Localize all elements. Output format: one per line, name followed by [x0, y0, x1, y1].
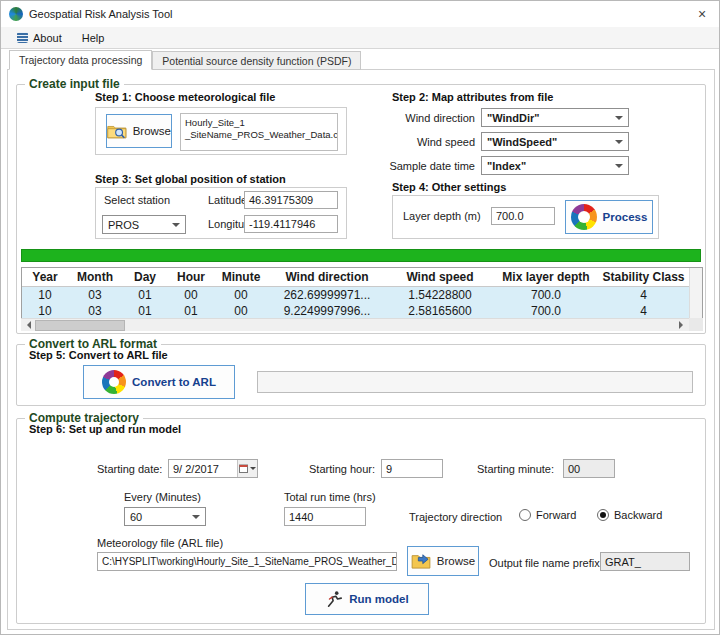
step5-title: Step 5: Convert to ARL file: [29, 349, 168, 361]
calendar-icon: [239, 464, 248, 473]
cell: 01: [168, 303, 214, 319]
cell: 01: [122, 287, 168, 303]
scrollbar-corner: [689, 318, 703, 331]
run-model-button[interactable]: Run model: [305, 583, 429, 615]
menu-bar: About Help: [1, 27, 719, 49]
sample-date-time-combobox[interactable]: "Index": [481, 156, 629, 175]
cell: 00: [214, 303, 268, 319]
step6-title: Step 6: Set up and run model: [29, 423, 181, 435]
chevron-down-icon: [250, 467, 256, 473]
wind-speed-combobox[interactable]: "WindSpeed": [481, 132, 629, 151]
sample-date-time-label: Sample date time: [389, 160, 475, 172]
col-header-wind-direction[interactable]: Wind direction: [268, 268, 386, 287]
output-prefix-label: Output file name prefix: [489, 557, 600, 569]
cell: 03: [68, 303, 122, 319]
starting-minute-label: Starting minute:: [477, 463, 554, 475]
starting-date-label: Starting date:: [97, 463, 162, 475]
col-header-mix-layer-depth[interactable]: Mix layer depth: [494, 268, 598, 287]
process-label: Process: [603, 211, 648, 223]
close-button[interactable]: ×: [685, 1, 719, 27]
scroll-left-arrow-icon[interactable]: [21, 319, 35, 332]
date-dropdown-button[interactable]: [237, 460, 257, 477]
cell: 10: [22, 287, 68, 303]
every-minutes-combobox[interactable]: 60: [124, 507, 206, 526]
about-icon: [17, 32, 28, 43]
convert-progress-bar: [257, 371, 693, 393]
cell: 1.54228800: [386, 287, 494, 303]
browse-arl-file-button[interactable]: Browse: [407, 546, 479, 576]
col-header-month[interactable]: Month: [68, 268, 122, 287]
col-header-wind-speed[interactable]: Wind speed: [386, 268, 494, 287]
selected-file-line1: Hourly_Site_1: [185, 117, 333, 129]
browse-met-file-button[interactable]: Browse: [106, 114, 172, 148]
convert-to-arl-label: Convert to ARL: [132, 376, 216, 388]
total-run-time-label: Total run time (hrs): [284, 491, 376, 503]
backward-radio[interactable]: Backward: [597, 509, 662, 521]
starting-minute-input[interactable]: 00: [563, 459, 615, 478]
grid-horizontal-scrollbar[interactable]: [21, 318, 689, 331]
tab-psdf[interactable]: Potential source density function (PSDF): [152, 51, 361, 70]
radio-circle-icon: [597, 509, 609, 521]
select-station-label: Select station: [104, 194, 170, 206]
tab-trajectory-data-processing[interactable]: Trajectory data processing: [9, 50, 152, 70]
starting-date-value: 9/ 2/2017: [173, 463, 219, 475]
scroll-right-arrow-icon[interactable]: [675, 319, 689, 332]
forward-radio-label: Forward: [536, 509, 576, 521]
col-header-year[interactable]: Year: [22, 268, 68, 287]
app-window: Geospatial Risk Analysis Tool × About He…: [0, 0, 720, 635]
starting-date-picker[interactable]: 9/ 2/2017: [168, 459, 258, 478]
step4-box: Layer depth (m) 700.0 Process: [392, 195, 659, 239]
convert-to-arl-button[interactable]: Convert to ARL: [83, 365, 235, 399]
menu-help-label: Help: [82, 32, 105, 44]
grid-vertical-scrollbar[interactable]: [689, 268, 702, 319]
process-button[interactable]: Process: [565, 200, 653, 234]
app-icon: [9, 7, 23, 21]
station-combobox[interactable]: PROS: [102, 215, 186, 234]
longitude-input[interactable]: -119.4117946: [244, 215, 338, 233]
step2-title: Step 2: Map attributes from file: [392, 91, 553, 103]
met-file-input[interactable]: C:\HYSPLIT\working\Hourly_Site_1_SiteNam…: [97, 552, 397, 571]
group-create-input-file: Create input file Step 1: Choose meteoro…: [16, 84, 706, 334]
col-header-stability-class[interactable]: Stability Class: [598, 268, 689, 287]
menu-about[interactable]: About: [9, 30, 70, 46]
grid-row-2[interactable]: 10 03 01 01 00 9.2249997996... 2.5816560…: [22, 303, 702, 319]
browse-arl-label: Browse: [437, 555, 475, 567]
group-compute-trajectory: Compute trajectory Step 6: Set up and ru…: [16, 418, 706, 624]
cell: 700.0: [494, 287, 598, 303]
forward-radio[interactable]: Forward: [519, 509, 576, 521]
cell: 700.0: [494, 303, 598, 319]
backward-radio-label: Backward: [614, 509, 662, 521]
output-prefix-input[interactable]: GRAT_: [600, 552, 690, 571]
starting-hour-input[interactable]: 9: [381, 459, 443, 478]
grid-header-row: Year Month Day Hour Minute Wind directio…: [22, 268, 702, 287]
window-title: Geospatial Risk Analysis Tool: [29, 8, 172, 20]
cell: 9.2249997996...: [268, 303, 386, 319]
cell: 2.58165600: [386, 303, 494, 319]
grid-row-1[interactable]: 10 03 01 00 00 262.69999971... 1.5422880…: [22, 287, 702, 303]
menu-help[interactable]: Help: [74, 30, 113, 46]
menu-about-label: About: [33, 32, 62, 44]
run-model-label: Run model: [349, 593, 408, 605]
scrollbar-thumb[interactable]: [35, 320, 125, 331]
col-header-day[interactable]: Day: [122, 268, 168, 287]
selected-file-line2: _SiteName_PROS_Weather_Data.csv: [185, 129, 333, 141]
trajectory-direction-label: Trajectory direction: [409, 511, 502, 523]
latitude-input[interactable]: 46.39175309: [244, 191, 338, 209]
cell: 03: [68, 287, 122, 303]
layer-depth-input[interactable]: 700.0: [491, 207, 555, 225]
create-progress-bar: [21, 249, 701, 262]
every-minutes-label: Every (Minutes): [124, 491, 201, 503]
col-header-hour[interactable]: Hour: [168, 268, 214, 287]
col-header-minute[interactable]: Minute: [214, 268, 268, 287]
group-title-create-input: Create input file: [25, 77, 124, 91]
total-run-time-input[interactable]: 1440: [284, 507, 366, 526]
process-pinwheel-icon: [571, 204, 597, 230]
title-bar: Geospatial Risk Analysis Tool ×: [1, 1, 719, 27]
wind-direction-combobox[interactable]: "WindDir": [481, 108, 629, 127]
step3-box: Select station Latitude 46.39175309 PROS…: [95, 187, 347, 239]
cell: 10: [22, 303, 68, 319]
wind-direction-label: Wind direction: [389, 112, 475, 124]
cell: 00: [168, 287, 214, 303]
selected-file-display: Hourly_Site_1 _SiteName_PROS_Weather_Dat…: [180, 113, 338, 151]
cell: 262.69999971...: [268, 287, 386, 303]
